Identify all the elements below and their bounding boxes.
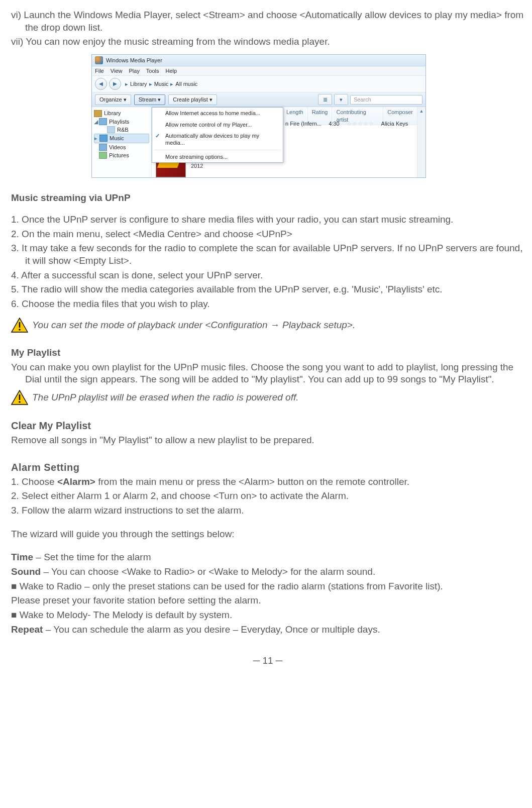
track-title: n Fire (Infern... [285, 120, 322, 127]
wmp-navbar: ◄ ► ▸ Library ▸ Music ▸ All music [92, 76, 425, 92]
wmp-content: Allow Internet access to home media... A… [152, 107, 425, 177]
playlists-icon [99, 118, 107, 125]
heading-myplaylist: My Playlist [11, 347, 524, 359]
rating-stars-icon: ☆☆☆☆☆ [347, 120, 374, 127]
create-playlist-button[interactable]: Create playlist ▾ [168, 94, 217, 105]
check-icon: ✓ [155, 132, 160, 139]
wizard-intro: The wizard will guide you through the se… [11, 528, 524, 541]
dropdown-item-2[interactable]: Allow remote control of my Player... [152, 119, 283, 130]
scroll-up-icon[interactable]: ▲ [417, 107, 425, 115]
svg-point-2 [19, 329, 21, 331]
setting-repeat: Repeat – You can schedule the alarm as y… [11, 624, 524, 636]
svg-point-5 [19, 401, 21, 403]
view-mode-icon[interactable]: ≣ [318, 94, 332, 105]
breadcrumb-2[interactable]: Music [154, 80, 169, 87]
upnp-step-3: 3. It may take a few seconds for the rad… [11, 242, 524, 267]
menu-help[interactable]: Help [166, 68, 177, 74]
myplaylist-text: You can make you own playlist for the UP… [11, 361, 524, 386]
dropdown-item-4[interactable]: More streaming options... [152, 151, 283, 162]
breadcrumb-1[interactable]: Library [130, 80, 147, 87]
scrollbar[interactable]: ▲ [417, 107, 425, 177]
wmp-screenshot: Windows Media Player File View Play Tool… [91, 54, 524, 178]
sidebar-item-playlists[interactable]: ◢Playlists [94, 118, 149, 126]
step-vii: vii) You can now enjoy the music streami… [11, 36, 524, 48]
wmp-title: Windows Media Player [106, 57, 162, 64]
stream-dropdown: Allow Internet access to home media... A… [152, 107, 283, 162]
setting-time: Time – Set the time for the alarm [11, 551, 524, 564]
menu-file[interactable]: File [95, 68, 104, 74]
album-year: 2012 [191, 162, 215, 170]
sidebar-item-videos[interactable]: Videos [94, 143, 149, 151]
heading-upnp: Music streaming via UPnP [11, 192, 524, 205]
setting-sound: Sound – You can choose <Wake to Radio> o… [11, 566, 524, 578]
upnp-step-6: 6. Choose the media files that you wish … [11, 298, 524, 311]
wmp-sidebar: Library ◢Playlists R&B ▸Music Videos Pic… [92, 107, 152, 177]
library-icon [94, 110, 102, 117]
wake-to-radio: ■ Wake to Radio – only the preset statio… [11, 580, 524, 593]
wmp-titlebar: Windows Media Player [92, 55, 425, 66]
upnp-step-1: 1. Once the UPnP server is configure to … [11, 214, 524, 226]
page-number: ─ 11 ─ [11, 655, 524, 667]
expand-icon: ◢ [94, 118, 99, 125]
search-input[interactable]: Search [350, 95, 422, 104]
track-length: 4:30 [329, 120, 339, 127]
wmp-logo-icon [95, 56, 103, 64]
sidebar-item-music[interactable]: ▸Music [94, 134, 149, 143]
expand-icon: ▸ [94, 135, 99, 142]
sidebar-item-rnb[interactable]: R&B [94, 126, 149, 134]
alarm-step-3: 3. Follow the alarm wizard instructions … [11, 504, 524, 517]
track-artist: Alicia Keys [381, 120, 408, 127]
breadcrumb-3[interactable]: All music [175, 80, 197, 87]
warning-text: You can set the mode of playback under <… [32, 319, 355, 332]
wmp-menubar: File View Play Tools Help [92, 66, 425, 76]
stream-button[interactable]: Stream ▾ [134, 94, 166, 105]
upnp-step-2: 2. On the main menu, select <Media Centr… [11, 228, 524, 241]
menu-view[interactable]: View [111, 68, 123, 74]
upnp-step-4: 4. After a successful scan is done, sele… [11, 269, 524, 282]
sidebar-item-library[interactable]: Library [94, 109, 149, 117]
table-row[interactable]: n Fire (Infern... 4:30 ☆☆☆☆☆ Alicia Keys [285, 120, 408, 127]
pictures-icon [99, 152, 107, 159]
menu-tools[interactable]: Tools [146, 68, 159, 74]
menu-play[interactable]: Play [129, 68, 140, 74]
alarm-step-2: 2. Select either Alarm 1 or Alarm 2, and… [11, 490, 524, 502]
alarm-step-1: 1. Choose <Alarm> from the main menu or … [11, 476, 524, 488]
videos-icon [99, 144, 107, 151]
wmp-toolbar: Organize ▾ Stream ▾ Create playlist ▾ ≣ … [92, 92, 425, 107]
upnp-step-5: 5. The radio will show the media categor… [11, 283, 524, 296]
preset-note: Please preset your favorite station befo… [11, 594, 524, 607]
heading-alarm: Alarm Setting [11, 461, 524, 474]
music-icon [99, 135, 108, 142]
sidebar-item-pictures[interactable]: Pictures [94, 151, 149, 159]
nav-fwd-icon[interactable]: ► [109, 78, 121, 90]
clear-text: Remove all songs in "My Playlist" to all… [11, 434, 524, 447]
warning-icon [11, 390, 28, 405]
step-vi: vi) Launch the Windows Media Player, sel… [11, 9, 524, 34]
warning-icon [11, 318, 28, 333]
warning-text: The UPnP playlist will be erased when th… [32, 391, 299, 404]
nav-back-icon[interactable]: ◄ [95, 78, 107, 90]
warning-playlist: The UPnP playlist will be erased when th… [11, 390, 524, 405]
dropdown-item-1[interactable]: Allow Internet access to home media... [152, 108, 283, 119]
heading-clear: Clear My Playlist [11, 419, 524, 432]
warning-playback: You can set the mode of playback under <… [11, 318, 524, 333]
playlist-icon [107, 126, 115, 133]
view-mode-icon-2[interactable]: ▾ [334, 94, 348, 105]
dropdown-item-3[interactable]: ✓Automatically allow devices to play my … [152, 130, 283, 149]
wake-to-melody: ■ Wake to Melody- The Melody is default … [11, 609, 524, 622]
organize-button[interactable]: Organize ▾ [95, 94, 131, 105]
